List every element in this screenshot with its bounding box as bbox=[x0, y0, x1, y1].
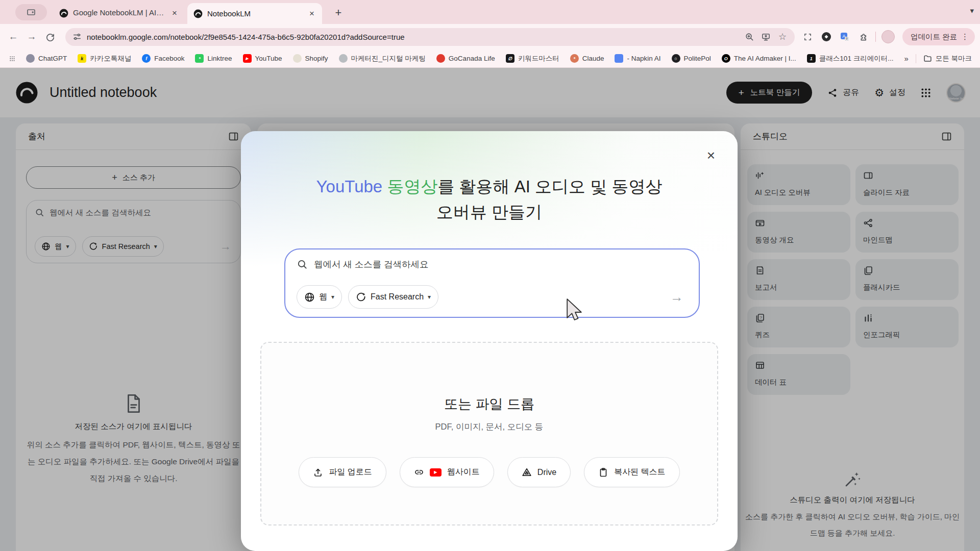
bookmark-label: GoCanada Life bbox=[449, 55, 495, 62]
drop-zone-subtitle: PDF, 이미지, 문서, 오디오 등 bbox=[261, 421, 717, 433]
research-chip-label: Fast Research bbox=[371, 292, 424, 302]
bookmark-label: Claude bbox=[582, 55, 604, 62]
modal-title: YouTube 동영상를 활용해 AI 오디오 및 동영상 오버뷰 만들기 bbox=[306, 174, 673, 225]
all-bookmarks-label: 모든 북마크 bbox=[936, 54, 972, 63]
link-icon bbox=[414, 467, 424, 478]
site-settings-icon bbox=[72, 32, 82, 41]
modal-search-box: 웹 ▾ Fast Research ▾ → bbox=[284, 248, 700, 318]
bookmark-item[interactable]: k카카오톡채널 bbox=[78, 54, 131, 63]
screen: Google NotebookLM | AI 조사 × NotebookLM ×… bbox=[0, 0, 980, 551]
notebooklm-favicon bbox=[59, 9, 68, 18]
globe-icon bbox=[304, 292, 315, 303]
fullscreen-capture-icon[interactable] bbox=[799, 28, 817, 46]
bookmark-item[interactable]: ○PolitePol bbox=[672, 54, 711, 63]
notebooklm-favicon bbox=[193, 9, 203, 18]
bookmark-item[interactable]: OThe AI Admaker | I... bbox=[722, 54, 796, 63]
tab-close-icon[interactable]: × bbox=[169, 8, 180, 18]
bookmark-favicon: O bbox=[722, 54, 730, 63]
drive-label: Drive bbox=[537, 468, 556, 477]
web-filter-chip[interactable]: 웹 ▾ bbox=[297, 285, 342, 309]
bookmark-label: - Napkin AI bbox=[627, 55, 660, 62]
zoom-in-page-icon[interactable] bbox=[742, 29, 758, 45]
bookmark-favicon: ○ bbox=[672, 54, 680, 63]
bookmark-favicon bbox=[339, 54, 348, 63]
bookmark-item[interactable]: fFacebook bbox=[142, 54, 184, 63]
bookmark-item[interactable]: Shopify bbox=[293, 54, 328, 63]
bookmarks-overflow-icon[interactable]: » bbox=[904, 54, 908, 63]
bookmark-label: ChatGPT bbox=[38, 55, 67, 62]
google-drive-icon bbox=[522, 467, 532, 478]
research-sparkle-icon bbox=[356, 292, 366, 303]
bookmark-item[interactable]: 1클래스101 크리에이터... bbox=[807, 54, 894, 63]
bookmark-label: Facebook bbox=[154, 55, 184, 62]
chevron-down-icon: ▾ bbox=[428, 293, 431, 300]
bookmark-favicon: 1 bbox=[807, 54, 816, 63]
all-bookmarks-button[interactable]: 모든 북마크 bbox=[923, 54, 972, 63]
bookmark-star-icon[interactable]: ☆ bbox=[774, 29, 791, 45]
search-submit-arrow[interactable]: → bbox=[670, 289, 688, 305]
bookmark-label: 키워드마스터 bbox=[518, 54, 559, 63]
bookmark-label: PolitePol bbox=[684, 55, 711, 62]
bookmarks-separator bbox=[916, 54, 916, 63]
url-text: notebooklm.google.com/notebook/2f9e8545-… bbox=[87, 33, 742, 41]
bookmark-favicon bbox=[293, 54, 302, 63]
bookmark-item[interactable]: *Claude bbox=[570, 54, 604, 63]
bookmark-item[interactable]: *Linktree bbox=[195, 54, 232, 63]
youtube-icon: ▶ bbox=[430, 468, 442, 477]
extensions-puzzle-icon[interactable] bbox=[854, 28, 872, 46]
file-drop-zone[interactable]: 또는 파일 드롭 PDF, 이미지, 문서, 오디오 등 파일 업로드 ▶ 웹사… bbox=[260, 342, 718, 525]
tab-label: Google NotebookLM | AI 조사 bbox=[73, 8, 165, 18]
update-complete-button[interactable]: 업데이트 완료 ⋮ bbox=[902, 28, 975, 45]
modal-title-youtube: YouTube bbox=[316, 177, 383, 196]
tab-close-icon[interactable]: × bbox=[307, 9, 317, 19]
website-label: 웹사이트 bbox=[447, 467, 480, 478]
tab-search-icon[interactable]: ▾ bbox=[970, 6, 974, 15]
forward-button[interactable]: → bbox=[22, 28, 41, 46]
drive-button[interactable]: Drive bbox=[507, 457, 571, 487]
bookmark-favicon bbox=[436, 54, 445, 63]
reload-button[interactable] bbox=[41, 28, 59, 46]
close-icon[interactable]: × bbox=[701, 145, 721, 166]
paste-text-button[interactable]: 복사된 텍스트 bbox=[584, 457, 679, 487]
bookmarks-bar: ChatGPT k카카오톡채널 fFacebook *Linktree ▶You… bbox=[0, 49, 980, 68]
drop-zone-title: 또는 파일 드롭 bbox=[261, 395, 717, 413]
bookmark-item[interactable]: - Napkin AI bbox=[615, 54, 660, 63]
bookmark-label: Shopify bbox=[305, 55, 328, 62]
bookmark-item[interactable]: ChatGPT bbox=[26, 54, 67, 63]
reload-icon bbox=[45, 32, 55, 42]
install-app-icon[interactable] bbox=[758, 29, 774, 45]
browser-menu-icon[interactable]: ⋮ bbox=[961, 32, 969, 41]
bookmark-item[interactable]: ∅키워드마스터 bbox=[506, 54, 559, 63]
bookmark-favicon: ∅ bbox=[506, 54, 514, 63]
website-button[interactable]: ▶ 웹사이트 bbox=[400, 457, 494, 487]
tab-label: NotebookLM bbox=[207, 9, 302, 18]
translate-icon[interactable]: A文 bbox=[836, 28, 854, 46]
bookmark-item[interactable]: 마케터진_디지털 마케팅 bbox=[339, 54, 426, 63]
bookmark-favicon bbox=[615, 54, 623, 63]
browser-tab-2-active[interactable]: NotebookLM × bbox=[187, 3, 322, 24]
web-chip-label: 웹 bbox=[319, 292, 327, 303]
upload-icon bbox=[313, 467, 323, 478]
bookmark-favicon: * bbox=[570, 54, 579, 63]
research-mode-chip[interactable]: Fast Research ▾ bbox=[348, 285, 438, 309]
modal-search-input[interactable] bbox=[314, 259, 688, 270]
browser-tab-1[interactable]: Google NotebookLM | AI 조사 × bbox=[53, 5, 185, 21]
bookmark-label: 클래스101 크리에이터... bbox=[819, 54, 894, 63]
screen-share-icon bbox=[26, 7, 36, 17]
bookmark-favicon: k bbox=[78, 54, 86, 63]
extension-dark-icon[interactable] bbox=[817, 28, 836, 46]
new-tab-button[interactable]: + bbox=[331, 5, 346, 20]
clipboard-icon bbox=[598, 467, 608, 478]
bookmark-label: The AI Admaker | I... bbox=[734, 55, 796, 62]
browser-tab-strip: Google NotebookLM | AI 조사 × NotebookLM ×… bbox=[0, 0, 980, 24]
tab-group-pill[interactable] bbox=[15, 4, 47, 20]
url-bar[interactable]: notebooklm.google.com/notebook/2f9e8545-… bbox=[65, 28, 795, 46]
browser-profile-avatar[interactable] bbox=[879, 28, 897, 46]
back-button[interactable]: ← bbox=[4, 28, 22, 46]
bookmark-item[interactable]: ▶YouTube bbox=[243, 54, 282, 63]
modal-title-video: 동영상 bbox=[382, 177, 437, 196]
apps-grid-icon[interactable] bbox=[9, 54, 15, 63]
upload-file-button[interactable]: 파일 업로드 bbox=[299, 457, 386, 487]
bookmark-label: 카카오톡채널 bbox=[90, 54, 131, 63]
bookmark-item[interactable]: GoCanada Life bbox=[436, 54, 495, 63]
